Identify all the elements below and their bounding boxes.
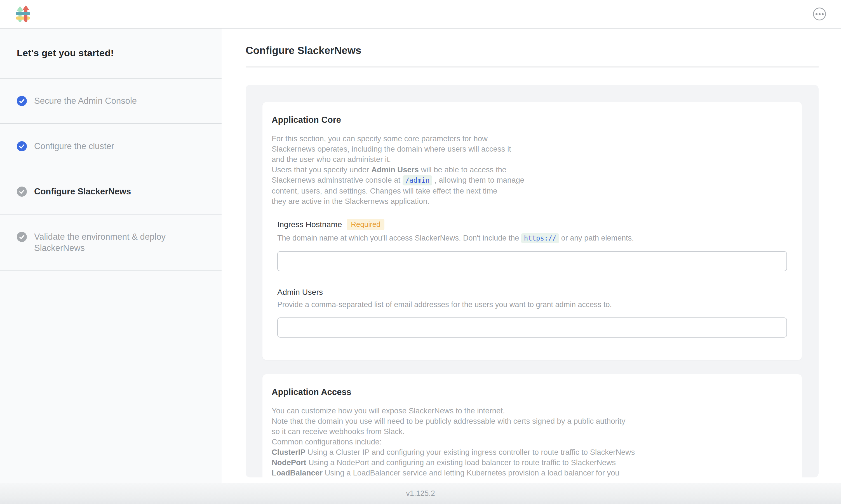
slackernews-logo-icon	[16, 5, 30, 23]
sidebar-step-configure-cluster[interactable]: Configure the cluster	[0, 124, 221, 169]
ingress-hostname-label: Ingress Hostname	[277, 220, 342, 229]
admin-users-input[interactable]	[277, 318, 787, 338]
step-label: Secure the Admin Console	[34, 95, 137, 107]
content-shell: Let's get you started! Secure the Admin …	[0, 29, 841, 483]
more-options-button[interactable]	[813, 7, 826, 20]
field-label-row: Ingress Hostname Required	[277, 219, 787, 230]
sidebar-step-validate-and-deploy[interactable]: Validate the environment & deploy Slacke…	[0, 215, 221, 271]
card-description: You can customize how you will expose Sl…	[272, 406, 793, 478]
application-access-card: Application Access You can customize how…	[263, 374, 802, 478]
page-title: Configure SlackerNews	[246, 45, 819, 56]
step-label: Configure the cluster	[34, 141, 114, 152]
step-label: Validate the environment & deploy Slacke…	[34, 231, 205, 254]
admin-users-label: Admin Users	[277, 288, 323, 297]
application-core-card: Application Core For this section, you c…	[263, 102, 802, 360]
sidebar-step-configure-slackernews[interactable]: Configure SlackerNews	[0, 169, 221, 215]
app-header	[0, 0, 841, 29]
card-description: For this section, you can specify some c…	[272, 133, 793, 206]
sidebar-step-secure-admin-console[interactable]: Secure the Admin Console	[0, 78, 221, 124]
card-heading: Application Access	[272, 387, 793, 397]
ingress-hostname-help: The domain name at which you'll access S…	[277, 233, 787, 243]
config-panel: Application Core For this section, you c…	[246, 85, 819, 478]
field-label-row: Admin Users	[277, 288, 787, 297]
ellipsis-icon	[819, 13, 821, 15]
sidebar-heading: Let's get you started!	[0, 29, 221, 78]
checkmark-circle-icon	[17, 96, 27, 106]
checkmark-circle-icon	[17, 186, 27, 197]
version-label: v1.125.2	[406, 489, 435, 498]
ingress-hostname-input[interactable]	[277, 251, 787, 271]
admin-users-field: Admin Users Provide a comma-separated li…	[277, 288, 787, 338]
app-footer: v1.125.2	[0, 483, 841, 504]
ingress-hostname-field: Ingress Hostname Required The domain nam…	[277, 219, 787, 271]
ellipsis-icon	[822, 13, 824, 15]
setup-steps-sidebar: Let's get you started! Secure the Admin …	[0, 29, 221, 483]
admin-users-help: Provide a comma-separated list of email …	[277, 300, 787, 310]
card-heading: Application Core	[272, 115, 793, 125]
checkmark-circle-icon	[17, 141, 27, 151]
step-label: Configure SlackerNews	[34, 186, 131, 197]
checkmark-circle-icon	[17, 232, 27, 242]
required-badge: Required	[347, 219, 384, 230]
title-divider	[246, 67, 819, 67]
ellipsis-icon	[816, 13, 818, 15]
config-main-area: Configure SlackerNews Application Core F…	[221, 29, 841, 483]
